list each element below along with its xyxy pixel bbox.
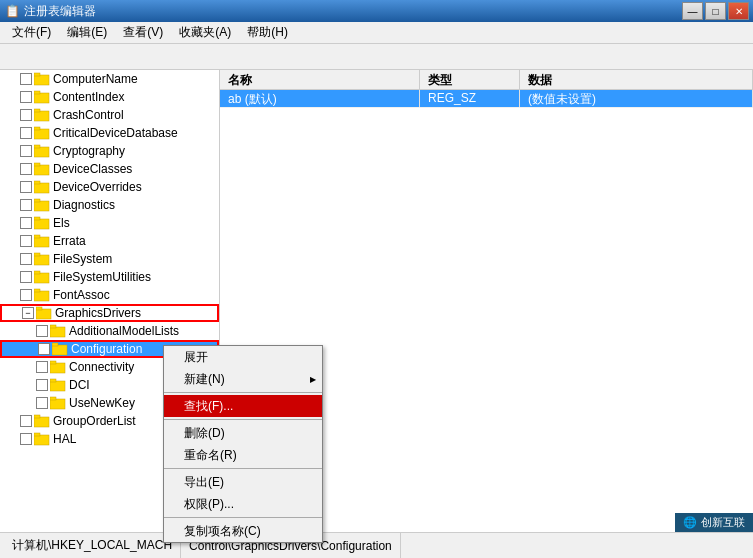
folder-icon: [50, 378, 66, 392]
folder-icon: [50, 324, 66, 338]
tree-item-crashcontrol[interactable]: CrashControl: [0, 106, 219, 124]
tree-item-label: CriticalDeviceDatabase: [53, 126, 178, 140]
tree-item-label: DeviceOverrides: [53, 180, 142, 194]
ctx-permissions[interactable]: 权限(P)...: [164, 493, 322, 515]
ctx-copy-key-name[interactable]: 复制项名称(C): [164, 520, 322, 542]
folder-icon: [34, 432, 50, 446]
tree-item-label: DeviceClasses: [53, 162, 132, 176]
svg-rect-4: [34, 111, 49, 121]
tree-item-label: DCI: [69, 378, 90, 392]
svg-rect-7: [34, 127, 40, 130]
ctx-rename[interactable]: 重命名(R): [164, 444, 322, 466]
ctx-delete[interactable]: 删除(D): [164, 422, 322, 444]
tree-item-additionalmodellists[interactable]: AdditionalModelLists: [0, 322, 219, 340]
expand-icon: [20, 199, 32, 211]
menu-help[interactable]: 帮助(H): [239, 22, 296, 43]
tree-item-els[interactable]: Els: [0, 214, 219, 232]
folder-icon: [34, 198, 50, 212]
expand-icon: [20, 73, 32, 85]
watermark-text: 创新互联: [701, 515, 745, 530]
svg-rect-38: [34, 417, 49, 427]
tree-item-deviceclasses[interactable]: DeviceClasses: [0, 160, 219, 178]
folder-icon: [34, 216, 50, 230]
folder-icon: [34, 288, 50, 302]
table-row[interactable]: ab (默认) REG_SZ (数值未设置): [220, 90, 753, 108]
expand-icon: [20, 181, 32, 193]
ctx-find[interactable]: 查找(F)...: [164, 395, 322, 417]
tree-item-diagnostics[interactable]: Diagnostics: [0, 196, 219, 214]
close-button[interactable]: ✕: [728, 2, 749, 20]
expand-icon-minus: −: [22, 307, 34, 319]
svg-rect-8: [34, 147, 49, 157]
expand-icon: [20, 235, 32, 247]
folder-icon: [34, 252, 50, 266]
tree-item-label: FontAssoc: [53, 288, 110, 302]
tree-item-criticaldevicedatabase[interactable]: CriticalDeviceDatabase: [0, 124, 219, 142]
watermark: 🌐 创新互联: [675, 513, 753, 532]
tree-item-deviceoverrides[interactable]: DeviceOverrides: [0, 178, 219, 196]
menu-view[interactable]: 查看(V): [115, 22, 171, 43]
maximize-button[interactable]: □: [705, 2, 726, 20]
expand-icon: [20, 271, 32, 283]
context-menu: 展开 新建(N) 查找(F)... 删除(D) 重命名(R) 导出(E) 权限(…: [163, 345, 323, 543]
tree-item-contentindex[interactable]: ContentIndex: [0, 88, 219, 106]
svg-rect-36: [50, 399, 65, 409]
minimize-button[interactable]: —: [682, 2, 703, 20]
expand-icon: [36, 325, 48, 337]
tree-item-cryptography[interactable]: Cryptography: [0, 142, 219, 160]
ctx-expand[interactable]: 展开: [164, 346, 322, 368]
svg-rect-27: [36, 307, 42, 310]
svg-rect-32: [50, 363, 65, 373]
menu-file[interactable]: 文件(F): [4, 22, 59, 43]
expand-icon: [20, 91, 32, 103]
svg-rect-21: [34, 253, 40, 256]
header-data: 数据: [520, 70, 753, 91]
svg-rect-1: [34, 73, 40, 76]
tree-item-errata[interactable]: Errata: [0, 232, 219, 250]
svg-rect-10: [34, 165, 49, 175]
expand-icon: [36, 379, 48, 391]
svg-rect-12: [34, 183, 49, 193]
tree-item-label: AdditionalModelLists: [69, 324, 179, 338]
tree-item-label: HAL: [53, 432, 76, 446]
svg-rect-29: [50, 325, 56, 328]
expand-icon: [20, 127, 32, 139]
ctx-export[interactable]: 导出(E): [164, 471, 322, 493]
svg-rect-22: [34, 273, 49, 283]
svg-rect-31: [52, 343, 58, 346]
cell-type: REG_SZ: [420, 90, 520, 107]
svg-rect-14: [34, 201, 49, 211]
tree-item-label: UseNewKey: [69, 396, 135, 410]
tree-item-filesystem[interactable]: FileSystem: [0, 250, 219, 268]
folder-icon: [34, 90, 50, 104]
title-bar-icon: 📋: [4, 3, 20, 19]
tree-item-label: Connectivity: [69, 360, 134, 374]
svg-rect-39: [34, 415, 40, 418]
svg-rect-33: [50, 361, 56, 364]
tree-item-filesystemutilities[interactable]: FileSystemUtilities: [0, 268, 219, 286]
svg-rect-11: [34, 163, 40, 166]
tree-item-graphicsdrivers[interactable]: − GraphicsDrivers: [0, 304, 219, 322]
tree-item-label: GroupOrderList: [53, 414, 136, 428]
folder-icon: [52, 342, 68, 356]
tree-item-computername[interactable]: ComputerName: [0, 70, 219, 88]
svg-rect-24: [34, 291, 49, 301]
svg-rect-23: [34, 271, 40, 274]
expand-icon: [20, 145, 32, 157]
expand-icon: [20, 109, 32, 121]
svg-rect-41: [34, 433, 40, 436]
tree-item-label: FileSystemUtilities: [53, 270, 151, 284]
svg-rect-15: [34, 199, 40, 202]
menu-favorites[interactable]: 收藏夹(A): [171, 22, 239, 43]
folder-icon: [34, 72, 50, 86]
menu-edit[interactable]: 编辑(E): [59, 22, 115, 43]
tree-item-label: CrashControl: [53, 108, 124, 122]
expand-icon: [20, 217, 32, 229]
svg-rect-0: [34, 75, 49, 85]
ctx-new[interactable]: 新建(N): [164, 368, 322, 390]
svg-rect-34: [50, 381, 65, 391]
svg-rect-5: [34, 109, 40, 112]
tree-item-fontassoc[interactable]: FontAssoc: [0, 286, 219, 304]
expand-icon: [20, 163, 32, 175]
tree-item-label: Errata: [53, 234, 86, 248]
